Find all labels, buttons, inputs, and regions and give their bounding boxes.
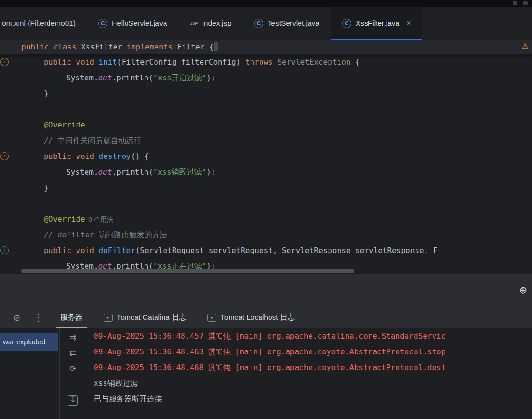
editor-tab-label: XssFilter.java (356, 19, 399, 28)
code-token: destroy (99, 152, 131, 161)
titlebar-icon[interactable] (523, 1, 528, 5)
titlebar (0, 0, 532, 7)
code-line: @Override 0 个用法 (0, 211, 532, 227)
target-icon[interactable]: ⊕ (519, 284, 527, 296)
code-line (0, 195, 532, 211)
rollback-icon[interactable]: ⇇ (69, 347, 76, 362)
console-line: xss销毁过滤 (94, 375, 532, 391)
editor-tab[interactable]: JSPindex.jsp (178, 7, 242, 40)
editor-tab-label: TestServlet.java (268, 19, 319, 28)
editor-tab-bar: om.xml (Filterdemo01)CHelloServlet.javaJ… (0, 7, 532, 40)
code-token: "xss销毁过滤" (153, 167, 206, 176)
warning-icon[interactable]: ⚠ (522, 42, 528, 50)
code-token: init (99, 58, 117, 67)
code-line: @Override (0, 117, 532, 133)
code-token: } (44, 183, 48, 192)
editor-tab[interactable]: om.xml (Filterdemo01) (0, 7, 87, 40)
close-icon[interactable]: × (406, 19, 411, 28)
code-token: XssFilter (81, 42, 126, 51)
editor-tab-label: HelloServlet.java (112, 19, 167, 28)
code-token: @Override (44, 214, 85, 224)
tool-tab[interactable]: ▸Tomcat Localhost 日志 (198, 306, 304, 329)
console-line: 09-Aug-2025 15:36:48.468 淇℃伅 [main] org.… (94, 360, 532, 375)
code-token: .println( (112, 167, 153, 176)
code-token: (FilterConfig filterConfig) (117, 58, 245, 67)
code-line: System.out.println("xss开启过滤"); (0, 70, 532, 86)
caret (214, 42, 218, 51)
editor-tab-label: om.xml (Filterdemo01) (2, 19, 76, 28)
code-line: ↑public void doFilter(ServletRequest ser… (0, 243, 532, 258)
class-icon: C (342, 19, 351, 28)
class-icon: C (98, 19, 107, 28)
code-token: doFilter (99, 246, 135, 255)
code-editor[interactable]: ↑public void init(FilterConfig filterCon… (0, 54, 532, 274)
code-token: System. (66, 167, 98, 176)
code-token: { (209, 42, 214, 51)
code-token: 0 个用法 (85, 216, 113, 223)
console-line: 09-Aug-2025 15:36:48.457 淇℃伅 [main] org.… (94, 328, 532, 344)
tree-item-war-exploded[interactable]: war exploded (0, 333, 58, 351)
code-token: throws (245, 58, 277, 67)
code-token: Filter (177, 42, 209, 51)
override-gutter-icon[interactable]: ↑ (0, 58, 9, 66)
code-line (0, 101, 532, 117)
code-line: } (0, 180, 532, 195)
scroll-to-end-icon[interactable]: ↧ (68, 395, 78, 406)
tool-window-content: war exploded ⇉⇇⟳↧ 09-Aug-2025 15:36:48.4… (0, 328, 532, 419)
horizontal-scrollbar[interactable] (21, 269, 354, 273)
rerun-icon[interactable]: ⟳ (69, 362, 76, 378)
titlebar-icon[interactable] (513, 1, 517, 5)
class-icon: C (254, 19, 263, 28)
tool-tab-label: 服务器 (60, 312, 83, 322)
code-token: public void (44, 246, 99, 255)
editor-tab[interactable]: CXssFilter.java× (331, 7, 423, 40)
code-token: "xss开启过滤" (153, 73, 206, 82)
editor-tab-label: index.jsp (202, 19, 231, 28)
sticky-line[interactable]: public class XssFilter implements Filter… (0, 40, 532, 55)
code-token: ); (206, 167, 215, 176)
editor-tab[interactable]: CTestServlet.java (243, 7, 331, 40)
code-line: ↑public void init(FilterConfig filterCon… (0, 54, 532, 70)
code-token: ); (206, 73, 215, 82)
code-token: ServletException (277, 58, 355, 67)
tool-tab-label: Tomcat Catalina 日志 (117, 312, 186, 322)
sticky-line-code: public class XssFilter implements Filter… (0, 40, 532, 54)
deploy-icon[interactable]: ⇉ (69, 331, 76, 347)
tool-tab[interactable]: ▸Tomcat Catalina 日志 (94, 306, 196, 329)
code-token: public class (21, 42, 81, 51)
jsp-icon: JSP (190, 21, 198, 26)
implement-gutter-icon[interactable]: ↑ (0, 246, 9, 254)
tool-window-header: ⊘⋮ 服务器▸Tomcat Catalina 日志▸Tomcat Localho… (0, 306, 532, 329)
code-token: @Override (44, 120, 85, 129)
code-line: System.out.println("xss销毁过滤"); (0, 164, 532, 180)
code-token: } (44, 89, 48, 98)
code-token: out (98, 167, 112, 176)
override-gutter-icon[interactable]: ↑ (0, 152, 9, 160)
console-side-toolbar: ⇉⇇⟳↧ (60, 328, 86, 419)
code-token: () { (131, 152, 149, 161)
tool-tab-label: Tomcat Localhost 日志 (221, 312, 295, 322)
more-options-icon[interactable]: ⋮ (34, 313, 42, 322)
editor-tab[interactable]: CHelloServlet.java (87, 7, 178, 40)
editor-footer: ⊕ (0, 274, 532, 306)
suspend-icon[interactable]: ⊘ (13, 313, 20, 322)
console-output[interactable]: 09-Aug-2025 15:36:48.457 淇℃伅 [main] org.… (86, 328, 532, 419)
tool-tab-bar: 服务器▸Tomcat Catalina 日志▸Tomcat Localhost … (51, 306, 304, 329)
code-token: { (355, 58, 360, 67)
code-line: // doFilter 访问路由触发的方法 (0, 227, 532, 243)
tool-header-icons: ⊘⋮ (0, 306, 51, 329)
code-token: (ServletRequest servletRequest, ServletR… (135, 246, 438, 255)
code-line: } (0, 86, 532, 101)
services-tree: war exploded (0, 328, 60, 419)
ide-window: om.xml (Filterdemo01)CHelloServlet.javaJ… (0, 0, 532, 419)
tool-tab[interactable]: 服务器 (51, 306, 92, 329)
code-line: ↑public void destroy() { (0, 148, 532, 164)
code-line: // 中间件关闭后就自动运行 (0, 133, 532, 148)
code-token: implements (127, 42, 177, 51)
code-token: System. (66, 73, 98, 82)
code-token: public void (44, 152, 99, 161)
console-line: 已与服务器断开连接 (94, 391, 532, 407)
code-token: // doFilter 访问路由触发的方法 (44, 230, 167, 239)
code-line: public class XssFilter implements Filter… (0, 40, 532, 54)
console-icon: ▸ (104, 314, 113, 322)
